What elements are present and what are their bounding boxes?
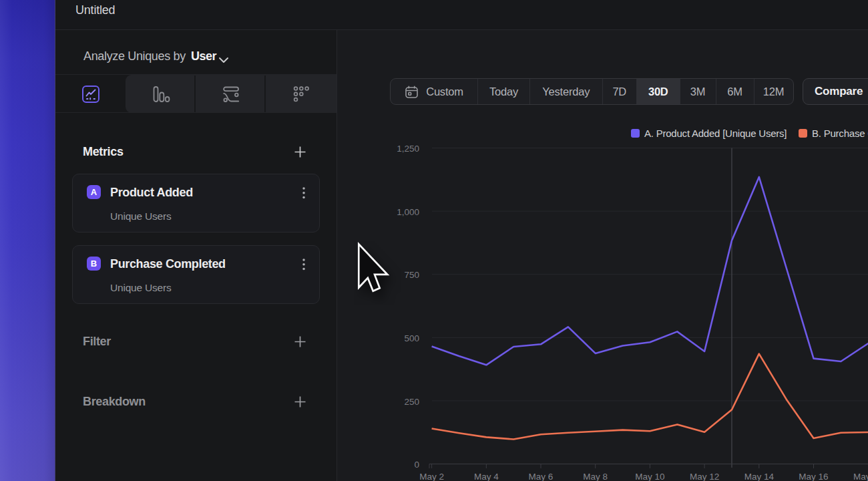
svg-text:250: 250 — [404, 397, 419, 407]
svg-text:1,250: 1,250 — [397, 144, 419, 154]
svg-text:1,000: 1,000 — [397, 207, 419, 217]
svg-text:May 16: May 16 — [799, 472, 828, 481]
svg-text:May 4: May 4 — [474, 472, 499, 481]
svg-text:0: 0 — [414, 460, 419, 470]
svg-text:May 10: May 10 — [635, 472, 664, 481]
svg-text:750: 750 — [404, 270, 419, 280]
svg-text:500: 500 — [404, 333, 419, 343]
svg-text:May 18: May 18 — [853, 472, 868, 481]
svg-text:May 14: May 14 — [744, 472, 775, 481]
svg-text:May 8: May 8 — [583, 472, 608, 481]
svg-text:May 6: May 6 — [529, 472, 554, 481]
svg-text:May 12: May 12 — [690, 472, 719, 481]
svg-text:May 2: May 2 — [419, 472, 444, 481]
